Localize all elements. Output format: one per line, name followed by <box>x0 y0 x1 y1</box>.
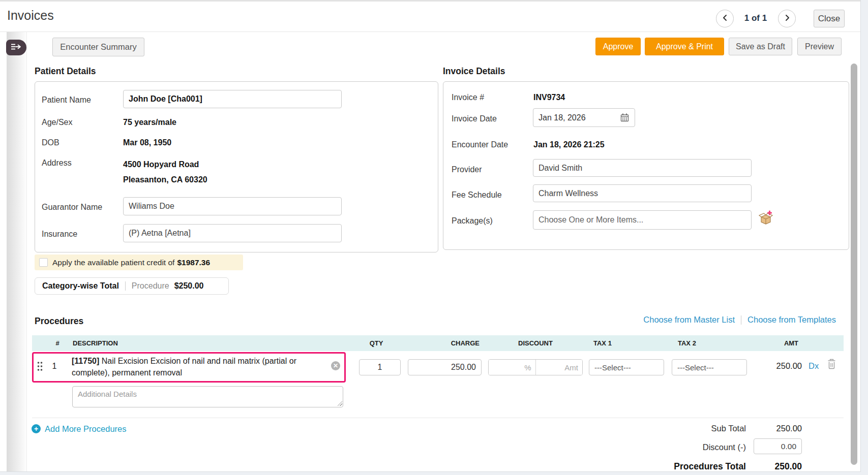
menu-arrow-icon <box>10 43 22 53</box>
discount-percent-input[interactable] <box>489 360 535 375</box>
category-total-amount: $250.00 <box>174 281 204 291</box>
preview-button[interactable]: Preview <box>797 38 842 55</box>
procedures-total-label: Procedures Total <box>625 461 746 472</box>
add-procedure-plus-icon[interactable]: + <box>32 424 41 433</box>
close-button[interactable]: Close <box>814 10 845 27</box>
discount-total-label: Discount (-) <box>656 442 746 452</box>
patient-credit-bar: Apply the available patient credit of $1… <box>35 255 243 270</box>
col-charge: CHARGE <box>431 339 480 347</box>
patient-credit-checkbox[interactable] <box>39 258 48 267</box>
approve-print-button[interactable]: Approve & Print <box>645 38 724 55</box>
provider-field[interactable] <box>533 159 752 177</box>
vertical-scrollbar[interactable] <box>851 64 857 465</box>
procedure-description-text: Nail Excision Excision of nail and nail … <box>72 357 296 377</box>
prev-invoice-button[interactable] <box>716 10 734 27</box>
procedures-total-value: 250.00 <box>753 461 802 472</box>
procedure-code: [11750] <box>72 357 99 365</box>
procedures-heading: Procedures <box>35 316 83 327</box>
col-tax2: TAX 2 <box>678 339 696 347</box>
pagination-indicator: 1 of 1 <box>736 13 775 23</box>
approve-button[interactable]: Approve <box>595 38 641 55</box>
header-divider <box>0 31 860 32</box>
dob-label: DOB <box>42 138 59 147</box>
col-discount: DISCOUNT <box>510 339 561 347</box>
invoice-modal: Invoices 1 of 1 Close Encounter Summary … <box>0 0 861 472</box>
patient-name-label: Patient Name <box>42 96 91 105</box>
guarantor-name-field[interactable] <box>123 197 342 215</box>
add-more-procedures-link[interactable]: Add More Procedures <box>45 424 127 434</box>
category-total-title: Category-wise Total <box>42 281 119 291</box>
choose-master-list-link[interactable]: Choose from Master List <box>643 315 735 325</box>
address-line1: 4500 Hopyard Road <box>123 160 199 169</box>
expand-sidebar-button[interactable] <box>6 40 26 55</box>
address-line2: Pleasanton, CA 60320 <box>123 175 207 184</box>
next-invoice-button[interactable] <box>778 10 796 27</box>
invoice-date-value: Jan 18, 2026 <box>538 113 586 122</box>
insurance-field[interactable] <box>123 224 342 242</box>
col-amt: AMT <box>771 339 812 347</box>
patient-name-field[interactable] <box>123 90 342 108</box>
category-total-divider <box>125 281 126 291</box>
delete-procedure-icon[interactable] <box>827 359 836 371</box>
invoice-number-label: Invoice # <box>452 93 484 102</box>
encounter-date-value: Jan 18, 2026 21:25 <box>533 140 605 149</box>
age-sex-value: 75 years/male <box>123 118 176 127</box>
discount-amount-input[interactable] <box>536 360 583 375</box>
textarea-resize-handle[interactable] <box>338 401 342 406</box>
chevron-right-icon <box>783 14 791 24</box>
add-package-icon[interactable] <box>759 210 773 228</box>
discount-total-input[interactable] <box>754 438 802 454</box>
calendar-icon[interactable] <box>620 113 630 122</box>
links-divider <box>741 315 741 325</box>
invoice-details-heading: Invoice Details <box>443 66 505 77</box>
invoice-number-value: INV9734 <box>533 93 565 102</box>
patient-credit-text: Apply the available patient credit of <box>52 258 174 267</box>
top-edge-band <box>0 0 860 2</box>
qty-input[interactable] <box>359 359 401 375</box>
insurance-label: Insurance <box>42 230 77 239</box>
patient-credit-amount: $1987.36 <box>177 258 210 267</box>
collapsed-sidebar-strip <box>7 32 27 471</box>
category-total-box: Category-wise Total Procedure $250.00 <box>35 277 229 295</box>
address-label: Address <box>42 159 72 168</box>
guarantor-label: Guarantor Name <box>42 203 102 212</box>
charge-input[interactable] <box>408 359 482 375</box>
packages-field[interactable] <box>533 210 752 230</box>
sub-total-value: 250.00 <box>753 424 802 433</box>
dob-value: Mar 08, 1950 <box>123 138 171 147</box>
provider-label: Provider <box>452 165 482 174</box>
tax1-select[interactable]: ---Select--- <box>589 359 664 375</box>
page-title: Invoices <box>7 8 54 23</box>
packages-label: Package(s) <box>452 216 493 226</box>
choose-templates-link[interactable]: Choose from Templates <box>747 315 836 325</box>
procedures-links: Choose from Master List Choose from Temp… <box>643 315 836 325</box>
col-qty: QTY <box>356 339 397 347</box>
drag-handle-icon[interactable] <box>37 361 43 374</box>
chevron-left-icon <box>721 14 729 24</box>
clear-procedure-icon[interactable]: ✕ <box>331 361 340 370</box>
additional-details-textarea[interactable] <box>72 386 343 407</box>
dx-link[interactable]: Dx <box>809 361 819 371</box>
procedure-description[interactable]: [11750] Nail Excision Excision of nail a… <box>72 356 311 378</box>
col-description: DESCRIPTION <box>73 339 118 347</box>
invoice-date-field[interactable]: Jan 18, 2026 <box>533 108 635 127</box>
fee-schedule-field[interactable] <box>533 184 752 202</box>
patient-details-heading: Patient Details <box>35 66 96 77</box>
invoice-date-label: Invoice Date <box>452 114 497 123</box>
sub-total-label: Sub Total <box>656 424 746 433</box>
col-tax1: TAX 1 <box>593 339 612 347</box>
col-num: # <box>53 339 62 347</box>
category-total-category: Procedure <box>132 281 169 291</box>
fee-schedule-label: Fee Schedule <box>452 191 502 200</box>
amt-value: 250.00 <box>753 361 802 371</box>
encounter-summary-button[interactable]: Encounter Summary <box>52 38 144 56</box>
encounter-date-label: Encounter Date <box>452 140 508 149</box>
age-sex-label: Age/Sex <box>42 118 72 127</box>
footer-divider <box>32 418 844 418</box>
tax2-select[interactable]: ---Select--- <box>672 359 747 375</box>
save-as-draft-button[interactable]: Save as Draft <box>729 38 792 55</box>
discount-group <box>488 359 583 375</box>
procedure-row-number: 1 <box>49 362 60 371</box>
